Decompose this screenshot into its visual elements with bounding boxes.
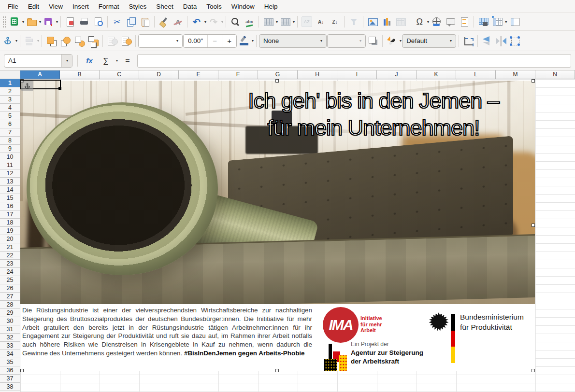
row-header-19[interactable]: 19 [0,227,20,235]
row-header-35[interactable]: 35 [0,358,20,366]
row-header-26[interactable]: 26 [0,284,20,293]
row-header-3[interactable]: 3 [0,96,20,104]
selection-handle[interactable] [532,224,535,227]
clear-formatting-button[interactable]: A [171,15,185,28]
area-color-select[interactable]: ▾ [327,34,366,48]
align-objects-button[interactable] [23,34,36,48]
selection-handle[interactable] [20,369,24,372]
menu-item-edit[interactable]: Edit [23,1,44,12]
print-preview-button[interactable] [91,15,105,28]
column-header-J[interactable]: J [377,70,417,79]
freeze-panes-button[interactable] [490,15,504,28]
select-all-corner[interactable] [0,70,20,79]
autofilter-button[interactable] [347,15,360,28]
row-header-15[interactable]: 15 [0,194,20,202]
row-header-7[interactable]: 7 [0,128,20,137]
special-character-caret[interactable]: ▾ [427,20,429,24]
row-header-17[interactable]: 17 [0,210,20,219]
save-button[interactable] [42,15,55,28]
cell-reference-value[interactable]: A1 [4,55,61,67]
menu-item-sheet[interactable]: Sheet [151,1,178,12]
forward-one-button[interactable] [58,34,72,48]
formula-input[interactable] [137,54,571,68]
row-header-21[interactable]: 21 [0,243,20,252]
image-mode-select[interactable]: Default▾ [402,34,456,48]
image-filter-caret[interactable]: ▾ [400,39,402,43]
column-header-F[interactable]: F [218,70,258,79]
menu-item-help[interactable]: Help [259,1,283,12]
redo-dropdown-caret[interactable]: ▾ [221,20,223,24]
spelling-button[interactable]: abc [243,15,256,28]
paste-button[interactable] [138,15,152,28]
menu-item-format[interactable]: Format [94,1,124,12]
column-header-C[interactable]: C [100,70,139,79]
row-header-22[interactable]: 22 [0,252,20,260]
row-dropdown-caret[interactable]: ▾ [276,20,278,24]
image-anchor-indicator[interactable] [21,81,33,91]
sum-button[interactable]: ∑ [99,54,113,68]
row-header-34[interactable]: 34 [0,350,20,358]
insert-comment-button[interactable] [444,15,457,28]
equals-button[interactable]: = [121,54,134,68]
to-foreground-button[interactable] [119,34,133,48]
column-header-N[interactable]: N [535,70,575,79]
menu-item-tools[interactable]: Tools [201,1,227,12]
redo-button[interactable]: ↷ [207,15,220,28]
print-area-button[interactable] [476,15,490,28]
line-width-increase-button[interactable]: + [222,35,236,47]
row-header-20[interactable]: 20 [0,235,20,243]
column-header-D[interactable]: D [139,70,179,79]
undo-button[interactable]: ↶ [190,15,203,28]
new-document-button[interactable] [8,15,21,28]
row-header-27[interactable]: 27 [0,293,20,301]
line-width-value[interactable]: 0.00″ [184,37,207,44]
row-header-5[interactable]: 5 [0,112,20,120]
name-box[interactable]: A1 ▾ [4,54,72,68]
row-header-2[interactable]: 2 [0,87,20,96]
line-color-button[interactable] [237,34,251,48]
new-dropdown-caret[interactable]: ▾ [22,20,24,24]
row-header-4[interactable]: 4 [0,104,20,112]
selection-handle[interactable] [275,369,279,372]
headers-footers-button[interactable] [458,15,471,28]
menu-item-window[interactable]: Window [227,1,259,12]
row-header-12[interactable]: 12 [0,169,20,178]
line-style-select[interactable]: ▾ [138,34,183,48]
row-header-9[interactable]: 9 [0,145,20,153]
split-window-button[interactable] [507,15,521,28]
column-dropdown-caret[interactable]: ▾ [293,20,295,24]
column-header-B[interactable]: B [60,70,100,79]
back-one-button[interactable] [72,34,86,48]
row-header-30[interactable]: 30 [0,317,20,325]
selection-handle[interactable] [532,79,535,83]
row-header-16[interactable]: 16 [0,202,20,210]
sort-ascending-button[interactable]: A↓ [314,15,328,28]
row-header-29[interactable]: 29 [0,309,20,317]
name-box-caret[interactable]: ▾ [61,55,72,67]
transformations-button[interactable] [508,34,522,48]
line-color-caret[interactable]: ▾ [252,39,254,43]
insert-chart-button[interactable] [380,15,393,28]
export-pdf-button[interactable] [63,15,77,28]
sum-dropdown-caret[interactable]: ▾ [116,58,118,63]
function-wizard-button[interactable]: fx [83,54,96,68]
row-header-28[interactable]: 28 [0,301,20,309]
embedded-poster-image[interactable]: Ich geh' bis in den Jemen – für mein Unt… [20,81,535,371]
row-header-36[interactable]: 36 [0,366,20,375]
line-width-spinner[interactable]: 0.00″ − + [183,34,237,48]
shadow-button[interactable] [366,34,380,48]
clone-formatting-button[interactable] [157,15,171,28]
row-header-18[interactable]: 18 [0,219,20,227]
menu-item-styles[interactable]: Styles [124,1,152,12]
column-header-M[interactable]: M [496,70,535,79]
open-button[interactable] [25,15,38,28]
row-header-6[interactable]: 6 [0,120,20,128]
row-header-23[interactable]: 23 [0,260,20,268]
menu-item-view[interactable]: View [44,1,68,12]
row-header-10[interactable]: 10 [0,153,20,161]
column-header-A[interactable]: A [20,70,60,79]
menu-item-data[interactable]: Data [178,1,202,12]
menu-item-file[interactable]: File [3,1,23,12]
anchor-button[interactable] [1,34,14,48]
row-header-13[interactable]: 13 [0,178,20,186]
